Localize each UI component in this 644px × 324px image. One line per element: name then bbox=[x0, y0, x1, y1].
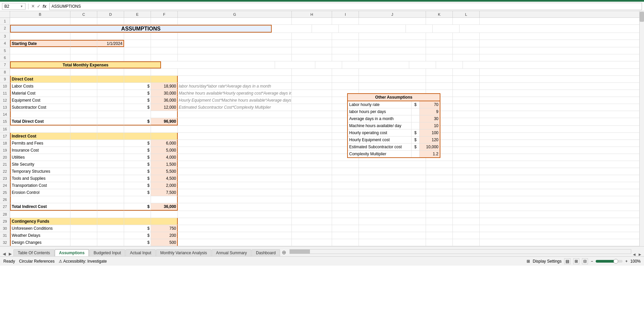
cell-reference-box[interactable]: B2 ▼ bbox=[2, 3, 25, 10]
col-header-K[interactable]: K bbox=[426, 11, 453, 17]
tab-actual-input[interactable]: Actual Input bbox=[125, 249, 155, 256]
tab-table-of-contents[interactable]: Table Of Contents bbox=[13, 249, 54, 256]
cell-B3[interactable] bbox=[10, 33, 70, 40]
cell-L1[interactable] bbox=[453, 18, 480, 24]
cell-insurance-value[interactable]: 5,000 bbox=[151, 147, 178, 154]
cell-equipment-cost-label[interactable]: Equipment Cost bbox=[10, 97, 70, 104]
cell-indirect-cost-label[interactable]: Indirect Cost bbox=[10, 133, 70, 140]
cell-H2[interactable] bbox=[272, 25, 312, 33]
zoom-slider[interactable] bbox=[596, 260, 623, 263]
vertical-scrollbar[interactable] bbox=[639, 11, 644, 246]
cell-site-security-value[interactable]: 1,500 bbox=[151, 161, 178, 168]
cell-total-monthly-expenses[interactable]: Total Monthly Expenses bbox=[10, 61, 161, 68]
cell-permits-label[interactable]: Permits and Fees bbox=[10, 140, 70, 147]
cell-tools-label[interactable]: Tools and Supplies bbox=[10, 175, 70, 182]
col-header-D[interactable]: D bbox=[97, 11, 124, 17]
cell-design-value[interactable]: 500 bbox=[151, 239, 178, 246]
cell-utilities-value[interactable]: 4,000 bbox=[151, 154, 178, 161]
cell-C3[interactable] bbox=[70, 33, 97, 40]
cell-labor-value[interactable]: 18,900 bbox=[151, 83, 178, 90]
cell-temp-structures-value[interactable]: 5,500 bbox=[151, 168, 178, 175]
cell-L4[interactable] bbox=[453, 40, 480, 47]
cell-I3[interactable] bbox=[332, 33, 359, 40]
cell-E4[interactable] bbox=[124, 40, 151, 47]
cell-ref-dropdown-icon[interactable]: ▼ bbox=[20, 5, 23, 8]
cell-temp-structures-label[interactable]: Temporary Structures bbox=[10, 168, 70, 175]
zoom-slider-thumb[interactable] bbox=[613, 259, 618, 264]
horizontal-scrollbar[interactable] bbox=[289, 249, 631, 254]
cell-total-indirect-value[interactable]: 36,000 bbox=[151, 203, 178, 211]
cell-K2[interactable] bbox=[406, 25, 433, 33]
tab-scroll-left-icon[interactable]: ◀ bbox=[1, 252, 7, 256]
cell-weather-value[interactable]: 200 bbox=[151, 232, 178, 239]
cell-contingency-label[interactable]: Contingency Funds bbox=[10, 218, 70, 225]
cell-K1[interactable] bbox=[426, 18, 453, 24]
cell-H3[interactable] bbox=[292, 33, 332, 40]
cell-E1[interactable] bbox=[124, 18, 151, 24]
cell-E3[interactable] bbox=[124, 33, 151, 40]
add-sheet-button[interactable]: ⊕ bbox=[280, 249, 288, 256]
tab-monthly-variance-analysis[interactable]: Monthly Variance Analysis bbox=[156, 249, 211, 256]
cell-L2[interactable] bbox=[433, 25, 460, 33]
confirm-icon[interactable]: ✓ bbox=[37, 4, 41, 9]
cell-D1[interactable] bbox=[97, 18, 124, 24]
cell-starting-date-label[interactable]: Starting Date bbox=[10, 40, 70, 47]
cell-K4[interactable] bbox=[426, 40, 453, 47]
cell-material-value[interactable]: 30,000 bbox=[151, 90, 178, 97]
tab-assumptions[interactable]: Assumptions bbox=[55, 249, 89, 256]
cell-unforeseen-label[interactable]: Unforeseen Conditions bbox=[10, 225, 70, 232]
cell-F1[interactable] bbox=[151, 18, 178, 24]
h-scroll-right-icon[interactable]: ▶ bbox=[637, 253, 643, 256]
cell-H4[interactable] bbox=[292, 40, 332, 47]
cell-B5[interactable] bbox=[10, 47, 70, 54]
h-scroll-left-icon[interactable]: ◀ bbox=[632, 253, 637, 256]
cell-H1[interactable] bbox=[292, 18, 332, 24]
col-header-J[interactable]: J bbox=[359, 11, 426, 17]
zoom-in-icon[interactable]: + bbox=[625, 259, 628, 264]
cell-material-cost-label[interactable]: Material Cost bbox=[10, 90, 70, 97]
cell-utilities-label[interactable]: Utilities bbox=[10, 154, 70, 161]
col-header-B[interactable]: B bbox=[10, 11, 70, 17]
cell-J3[interactable] bbox=[359, 33, 426, 40]
cell-C1[interactable] bbox=[70, 18, 97, 24]
cell-total-direct-cost-label[interactable]: Total Direct Cost bbox=[10, 118, 70, 125]
cell-equipment-value[interactable]: 36,000 bbox=[151, 97, 178, 104]
cell-G4[interactable] bbox=[178, 40, 292, 47]
view-layout-icon[interactable]: ⊞ bbox=[573, 258, 579, 264]
tab-dashboard[interactable]: Dashboard bbox=[252, 249, 280, 256]
cell-G1[interactable] bbox=[178, 18, 292, 24]
cell-erosion-value[interactable]: 7,500 bbox=[151, 189, 178, 196]
col-header-I[interactable]: I bbox=[332, 11, 359, 17]
tab-annual-summary[interactable]: Annual Summary bbox=[212, 249, 251, 256]
cell-tools-value[interactable]: 4,500 bbox=[151, 175, 178, 182]
cell-assumptions-title[interactable]: ASSUMPTIONS bbox=[10, 25, 272, 33]
cell-insurance-label[interactable]: Insurance Cost bbox=[10, 147, 70, 154]
cell-transportation-label[interactable]: Transportation Cost bbox=[10, 182, 70, 189]
cell-I4[interactable] bbox=[332, 40, 359, 47]
zoom-out-icon[interactable]: − bbox=[591, 259, 593, 264]
cell-B1[interactable] bbox=[10, 18, 70, 24]
cell-C4[interactable] bbox=[70, 40, 97, 47]
cell-I1[interactable] bbox=[332, 18, 359, 24]
cell-F4[interactable] bbox=[151, 40, 178, 47]
cell-subcontractor-value[interactable]: 12,000 bbox=[151, 104, 178, 111]
cell-permits-value[interactable]: 6,000 bbox=[151, 140, 178, 147]
col-header-L[interactable]: L bbox=[453, 11, 480, 17]
cancel-icon[interactable]: ✕ bbox=[31, 4, 35, 9]
display-settings-label[interactable]: Display Settings bbox=[533, 259, 561, 264]
cell-unforeseen-value[interactable]: 750 bbox=[151, 225, 178, 232]
col-header-E[interactable]: E bbox=[124, 11, 151, 17]
cell-labor-costs-label[interactable]: Labor Costs bbox=[10, 83, 70, 90]
cell-J1[interactable] bbox=[359, 18, 426, 24]
fx-icon[interactable]: fx bbox=[43, 4, 47, 9]
cell-weather-label[interactable]: Weather Delays bbox=[10, 232, 70, 239]
cell-J2[interactable] bbox=[339, 25, 406, 33]
cell-L3[interactable] bbox=[453, 33, 480, 40]
cell-D3[interactable] bbox=[97, 33, 124, 40]
formula-input[interactable] bbox=[49, 3, 642, 10]
view-normal-icon[interactable]: ▤ bbox=[564, 258, 571, 264]
cell-site-security-label[interactable]: Site Security bbox=[10, 161, 70, 168]
cell-transportation-value[interactable]: 2,000 bbox=[151, 182, 178, 189]
col-header-F[interactable]: F bbox=[151, 11, 178, 17]
cell-F3[interactable] bbox=[151, 33, 178, 40]
